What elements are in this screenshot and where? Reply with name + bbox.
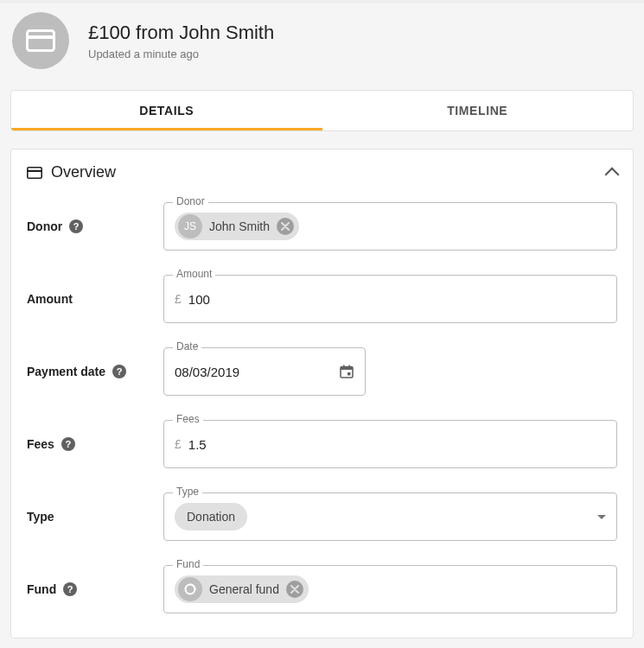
fund-chip: General fund (175, 575, 309, 603)
svg-rect-5 (341, 367, 353, 371)
tab-details[interactable]: DETAILS (11, 91, 322, 130)
help-icon[interactable]: ? (61, 437, 75, 451)
svg-rect-2 (28, 167, 41, 177)
type-field-label: Type (173, 486, 202, 498)
label-donor: Donor ? (27, 219, 156, 233)
svg-rect-8 (348, 372, 351, 376)
type-chip: Donation (175, 503, 247, 530)
fund-remove-icon[interactable] (286, 581, 303, 598)
date-input[interactable] (175, 365, 339, 379)
label-fees-text: Fees (27, 437, 54, 451)
label-payment-date-text: Payment date (27, 365, 105, 378)
fund-icon (183, 582, 197, 596)
label-type-text: Type (27, 510, 54, 524)
credit-card-icon (26, 29, 55, 52)
label-type: Type (27, 510, 156, 524)
svg-rect-1 (28, 35, 54, 39)
overview-card: Overview Donor ? Donor JS John Smith (10, 149, 634, 638)
fund-field-label: Fund (173, 558, 203, 570)
fees-field-label: Fees (173, 413, 203, 425)
fund-field[interactable]: Fund General fund (163, 565, 617, 613)
credit-card-icon (27, 167, 42, 179)
page-subtitle: Updated a minute ago (88, 48, 274, 60)
row-payment-date: Payment date ? Date (11, 335, 633, 408)
type-chip-label: Donation (187, 510, 235, 524)
label-donor-text: Donor (27, 219, 62, 233)
fees-input[interactable] (188, 437, 606, 452)
date-field-label: Date (173, 340, 201, 353)
donor-remove-icon[interactable] (277, 218, 294, 235)
donor-chip-label: John Smith (209, 219, 270, 233)
fund-avatar (178, 577, 202, 601)
svg-rect-3 (28, 169, 41, 171)
fees-field: Fees £ (163, 420, 617, 468)
label-payment-date: Payment date ? (27, 365, 156, 378)
page-title: £100 from John Smith (88, 22, 274, 44)
tab-timeline[interactable]: TIMELINE (322, 91, 634, 130)
help-icon[interactable]: ? (69, 219, 83, 233)
currency-prefix: £ (175, 292, 182, 306)
overview-header[interactable]: Overview (11, 155, 633, 190)
donor-chip: JS John Smith (175, 213, 299, 240)
page-header: £100 from John Smith Updated a minute ag… (0, 3, 644, 90)
calendar-icon[interactable] (339, 364, 354, 379)
donor-avatar: JS (178, 214, 202, 238)
svg-rect-7 (348, 365, 350, 368)
label-amount-text: Amount (27, 292, 73, 306)
donor-field-label: Donor (173, 195, 208, 207)
row-fund: Fund ? Fund General fund (11, 553, 633, 626)
svg-rect-0 (28, 31, 54, 51)
type-field[interactable]: Type Donation (163, 492, 617, 541)
label-fund: Fund ? (27, 582, 156, 596)
help-icon[interactable]: ? (63, 582, 77, 596)
label-fees: Fees ? (27, 437, 156, 451)
overview-title: Overview (51, 163, 116, 181)
row-type: Type Type Donation (11, 480, 633, 553)
amount-field-label: Amount (173, 268, 215, 280)
label-amount: Amount (27, 292, 156, 306)
date-field: Date (163, 347, 366, 396)
currency-prefix: £ (175, 437, 182, 451)
tabs: DETAILS TIMELINE (10, 90, 634, 131)
amount-input[interactable] (188, 292, 606, 307)
chevron-up-icon (605, 167, 620, 181)
chevron-down-icon (597, 515, 606, 519)
svg-rect-6 (343, 365, 345, 368)
row-donor: Donor ? Donor JS John Smith (11, 190, 633, 263)
header-avatar (12, 12, 69, 69)
donor-field[interactable]: Donor JS John Smith (163, 202, 617, 251)
fund-chip-label: General fund (209, 582, 279, 596)
help-icon[interactable]: ? (112, 365, 126, 378)
row-fees: Fees ? Fees £ (11, 408, 633, 480)
amount-field: Amount £ (163, 275, 617, 323)
label-fund-text: Fund (27, 582, 56, 596)
row-amount: Amount Amount £ (11, 263, 633, 335)
